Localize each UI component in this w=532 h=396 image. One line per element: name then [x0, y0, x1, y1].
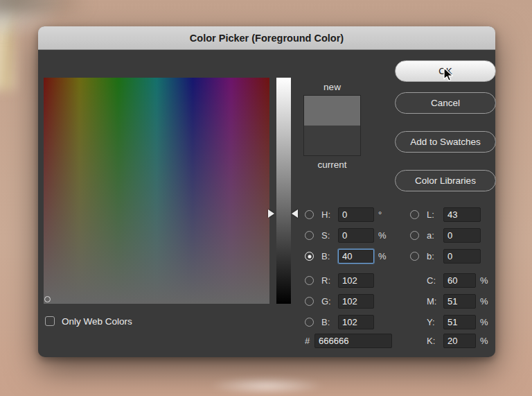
g-label: G:: [321, 296, 331, 307]
b-hsb-input[interactable]: [338, 249, 374, 264]
r-input[interactable]: [338, 273, 374, 288]
hair-shadow: [0, 0, 90, 14]
h-label: H:: [321, 209, 330, 220]
b-hsb-unit: %: [378, 251, 387, 261]
slider-handle-right[interactable]: [292, 209, 298, 218]
slider-handle-left[interactable]: [268, 209, 274, 218]
b-lab-field-row: b:: [410, 249, 532, 264]
color-picker-dialog: Color Picker (Foreground Color) new curr…: [38, 26, 495, 357]
s-unit: %: [378, 230, 387, 241]
c-label: C:: [427, 275, 436, 286]
h-radio[interactable]: [305, 210, 314, 219]
m-field-row: M: %: [410, 294, 532, 309]
k-label: K:: [427, 336, 435, 346]
k-unit: %: [480, 336, 488, 346]
add-to-swatches-button[interactable]: Add to Swatches: [395, 131, 496, 153]
c-input[interactable]: [443, 273, 476, 288]
a-label: a:: [427, 230, 434, 241]
a-radio[interactable]: [410, 231, 419, 240]
b-hsb-label: B:: [321, 251, 330, 261]
l-field-row: L:: [410, 207, 532, 223]
dialog-title: Color Picker (Foreground Color): [190, 33, 344, 44]
color-libraries-button[interactable]: Color Libraries: [395, 170, 496, 191]
a-input[interactable]: [443, 228, 481, 243]
hex-label: #: [305, 336, 310, 346]
s-label: S:: [321, 230, 330, 241]
m-unit: %: [480, 296, 488, 307]
cancel-button[interactable]: Cancel: [395, 92, 496, 114]
y-input[interactable]: [443, 315, 476, 329]
y-field-row: Y: %: [410, 315, 532, 330]
y-unit: %: [480, 317, 488, 327]
hex-input[interactable]: [314, 334, 392, 348]
color-field-marker[interactable]: [44, 296, 51, 302]
a-field-row: a:: [410, 228, 532, 243]
r-label: R:: [321, 275, 330, 286]
current-color-label: current: [303, 160, 361, 170]
k-field-row: K: %: [410, 334, 532, 349]
mouse-cursor: [442, 67, 456, 83]
b-rgb-input[interactable]: [338, 315, 374, 329]
b-lab-radio[interactable]: [410, 252, 419, 261]
new-color-label: new: [303, 82, 361, 92]
l-label: L:: [427, 209, 434, 220]
m-input[interactable]: [443, 294, 476, 309]
screen: Color Picker (Foreground Color) new curr…: [0, 0, 532, 396]
h-input[interactable]: [338, 207, 374, 222]
k-input[interactable]: [443, 334, 476, 348]
only-web-colors-checkbox[interactable]: [45, 316, 55, 326]
c-unit: %: [480, 275, 488, 286]
b-hsb-radio[interactable]: [305, 252, 314, 261]
g-input[interactable]: [338, 294, 374, 309]
c-field-row: C: %: [410, 273, 532, 289]
only-web-colors-label: Only Web Colors: [62, 316, 132, 327]
color-field[interactable]: [44, 78, 269, 304]
s-input[interactable]: [338, 228, 374, 243]
brightness-slider[interactable]: [276, 78, 291, 304]
g-radio[interactable]: [305, 297, 314, 306]
l-radio[interactable]: [410, 210, 419, 219]
dialog-titlebar[interactable]: Color Picker (Foreground Color): [38, 26, 495, 50]
current-color-swatch[interactable]: [304, 126, 360, 155]
b-lab-label: b:: [427, 251, 434, 261]
new-color-swatch: [304, 96, 360, 126]
l-input[interactable]: [443, 207, 481, 222]
b-lab-input[interactable]: [443, 249, 481, 264]
lip-highlight: [208, 377, 326, 395]
b-rgb-label: B:: [321, 317, 330, 327]
color-preview-swatch: [303, 95, 361, 156]
s-radio[interactable]: [305, 231, 314, 240]
m-label: M:: [427, 296, 436, 307]
b-rgb-radio[interactable]: [305, 318, 314, 327]
y-label: Y:: [427, 317, 435, 327]
h-unit: °: [378, 209, 382, 220]
r-radio[interactable]: [305, 276, 314, 285]
